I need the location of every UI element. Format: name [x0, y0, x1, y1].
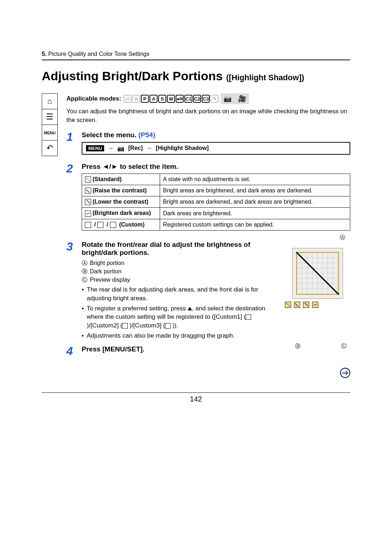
mode-palette-icon: ✎ — [211, 95, 219, 103]
callout-B-text: Dark portion — [90, 268, 121, 274]
step-3-num: 3 — [66, 241, 77, 342]
custom2-inline-icon — [122, 323, 128, 329]
bullet-rear-front-dial: The rear dial is for adjusting dark area… — [82, 285, 278, 303]
opt-standard-name: (Standard) — [93, 176, 122, 182]
custom1-inline-icon — [246, 314, 251, 320]
b2d: )/[Custom3] ( — [128, 322, 165, 329]
preset-bright-icon — [312, 302, 318, 308]
fig-label-B: Ⓑ — [295, 343, 301, 350]
opt-bright-name: (Brighten dark areas) — [93, 210, 151, 216]
callout-B-letter: Ⓑ — [82, 268, 88, 276]
top-rule — [42, 60, 350, 60]
menu-tag: MENU — [86, 145, 104, 151]
preset-lower-icon — [303, 302, 309, 308]
mode-movie-icon: ▰M — [176, 95, 184, 103]
callout-A-text: Bright portion — [90, 260, 124, 266]
mode-ia-icon: iA — [123, 95, 131, 103]
options-table: (Standard) A state with no adjustments i… — [82, 174, 350, 231]
mode-iap-icon: ✿ — [132, 95, 140, 103]
step-2-num: 2 — [66, 163, 77, 237]
standard-icon — [85, 176, 91, 183]
graph-preset-row — [285, 302, 350, 308]
mode-m: M — [167, 95, 175, 103]
opt-bright-desc: Dark areas are brightened. — [160, 208, 350, 219]
step-1-num: 1 — [66, 131, 77, 159]
breadcrumb-num: 5. — [42, 51, 46, 57]
b2c: )/[Custom2] ( — [87, 322, 122, 329]
table-row: (Brighten dark areas) Dark areas are bri… — [82, 208, 350, 219]
mode-c1: C1 — [184, 95, 192, 103]
bullet-register: To register a preferred setting, press ,… — [82, 304, 278, 330]
menu-path-rec: [Rec] — [128, 145, 143, 151]
opt-lower-name: (Lower the contrast) — [93, 199, 148, 205]
video-icon: 🎥 — [238, 95, 246, 103]
intro-text: You can adjust the brightness of bright … — [66, 107, 350, 125]
menu-path-hs: [Highlight Shadow] — [156, 145, 209, 151]
step-1-title: Select the menu. (P54) — [82, 131, 350, 139]
graph-diagonal — [296, 252, 339, 295]
arrow-icon-2: → — [146, 145, 152, 151]
raise-contrast-icon — [85, 188, 91, 194]
step-1-ref-link[interactable]: (P54) — [138, 131, 155, 139]
rec-icon: 📷 — [117, 145, 124, 152]
device-icons: 📷 🎥 — [221, 93, 249, 104]
title-sub: ([Highlight Shadow]) — [226, 73, 304, 82]
table-row: (Lower the contrast) Bright areas are da… — [82, 196, 350, 208]
step-3-title: Rotate the front/rear dial to adjust the… — [82, 241, 278, 257]
toc-icon[interactable]: ☰ — [42, 109, 58, 125]
preset-std-icon — [285, 302, 291, 308]
menu-path-box: MENU → 📷 [Rec] → [Highlight Shadow] — [82, 142, 350, 155]
breadcrumb: 5. Picture Quality and Color Tone Settin… — [42, 51, 350, 57]
custom3-inline-icon — [165, 323, 171, 329]
opt-standard-desc: A state with no adjustments is set. — [160, 174, 350, 185]
up-triangle-icon — [188, 307, 192, 310]
title-main: Adjusting Bright/Dark Portions — [42, 69, 223, 83]
step-4: 4 Press [MENU/SET]. — [66, 345, 350, 357]
next-page-arrow[interactable]: ➔ — [66, 368, 350, 378]
fig-label-A: Ⓐ — [340, 234, 345, 241]
page-number: 142 — [42, 392, 350, 403]
opt-raise-name: (Raise the contrast) — [93, 187, 147, 194]
step-1-title-text: Select the menu. — [82, 131, 136, 139]
fig-label-C: Ⓒ — [341, 343, 347, 350]
mode-boxes: iA ✿ P A S M ▰M C1 C2 C3 ✎ — [123, 95, 219, 103]
callout-C-text: Preview display — [90, 277, 130, 283]
step-1: 1 Select the menu. (P54) MENU → 📷 [Rec] … — [66, 131, 350, 159]
step-2: 2 Press ◄/► to select the item. (Standar… — [66, 163, 350, 237]
preset-raise-icon — [294, 302, 300, 308]
menu-nav-label: MENU — [44, 131, 56, 135]
mode-p: P — [141, 95, 149, 103]
step-2-title: Press ◄/► to select the item. — [82, 163, 350, 171]
custom2-icon — [97, 222, 103, 228]
table-row: (Raise the contrast) Bright areas are br… — [82, 185, 350, 196]
step-3-bullets: The rear dial is for adjusting dark area… — [82, 285, 278, 340]
step-3: 3 Rotate the front/rear dial to adjust t… — [66, 241, 350, 342]
mode-s: S — [158, 95, 166, 103]
bullet-drag-graph: Adjustments can also be made by dragging… — [82, 331, 278, 340]
custom3-icon — [110, 222, 116, 228]
menu-nav-icon[interactable]: MENU — [42, 125, 58, 140]
table-row: / / (Custom) Registered custom settings … — [82, 219, 350, 230]
breadcrumb-text: Picture Quality and Color Tone Settings — [48, 51, 150, 57]
brighten-dark-icon — [85, 211, 91, 217]
step-4-num: 4 — [66, 345, 77, 357]
arrow-right-icon: ➔ — [340, 368, 350, 378]
b2a: To register a preferred setting, press — [87, 305, 188, 312]
applicable-label: Applicable modes: — [66, 95, 121, 102]
home-icon[interactable]: ⌂ — [42, 93, 58, 109]
graph-figure: Ⓐ Ⓑ Ⓒ — [285, 241, 350, 342]
lower-contrast-icon — [85, 199, 91, 205]
opt-custom-name: (Custom) — [119, 221, 144, 228]
callouts: Ⓐ Bright portion Ⓑ Dark portion Ⓒ Previe… — [82, 260, 278, 284]
mode-c2: C2 — [193, 95, 201, 103]
table-row: (Standard) A state with no adjustments i… — [82, 174, 350, 185]
graph-box — [292, 248, 343, 299]
step-4-title: Press [MENU/SET]. — [82, 345, 350, 353]
opt-raise-desc: Bright areas are brightened, and dark ar… — [160, 185, 350, 196]
custom1-icon — [85, 222, 91, 228]
mode-c3: C3 — [202, 95, 210, 103]
applicable-modes-row: Applicable modes: iA ✿ P A S M ▰M C1 C2 … — [66, 93, 350, 104]
side-nav: ⌂ ☰ MENU ↶ — [42, 93, 60, 378]
back-icon[interactable]: ↶ — [42, 140, 58, 156]
mode-a: A — [150, 95, 158, 103]
